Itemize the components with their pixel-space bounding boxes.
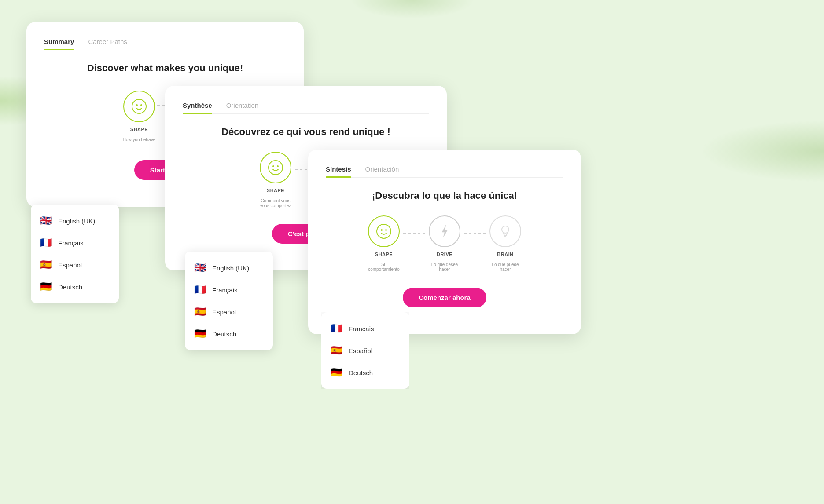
lang-item-es-2[interactable]: 🇪🇸 Español — [185, 301, 273, 323]
shape-circle-en — [123, 91, 155, 122]
flag-es-3: 🇪🇸 — [330, 345, 342, 356]
flag-uk-2: 🇬🇧 — [194, 262, 206, 274]
tabs-english: Summary Career Paths — [44, 38, 286, 50]
svg-point-0 — [132, 99, 146, 113]
svg-point-8 — [377, 224, 391, 238]
language-dropdown-1: 🇬🇧 English (UK) 🇫🇷 Français 🇪🇸 Español 🇩… — [31, 205, 119, 303]
smiley-icon-fr — [268, 160, 283, 175]
flag-de-3: 🇩🇪 — [330, 367, 342, 378]
lang-item-de-3[interactable]: 🇩🇪 Deutsch — [321, 362, 409, 383]
lang-item-fr-1[interactable]: 🇫🇷 Français — [31, 232, 119, 254]
comenzar-button-es[interactable]: Comenzar ahora — [403, 288, 486, 307]
flag-de-2: 🇩🇪 — [194, 328, 206, 340]
lang-item-en-2[interactable]: 🇬🇧 English (UK) — [185, 257, 273, 279]
shape-label-es: SHAPE — [375, 252, 393, 257]
svg-point-10 — [385, 229, 387, 231]
lang-label-de-2: Deutsch — [212, 330, 236, 338]
drive-label-es: DRIVE — [437, 252, 452, 257]
drive-circle-es — [429, 215, 460, 247]
tab-career-paths[interactable]: Career Paths — [88, 38, 127, 50]
flag-de-1: 🇩🇪 — [40, 281, 52, 292]
tab-summary[interactable]: Summary — [44, 38, 74, 50]
flag-fr-2: 🇫🇷 — [194, 284, 206, 296]
lang-label-es-3: Español — [349, 347, 372, 354]
lang-label-de-3: Deutsch — [349, 369, 373, 376]
brain-sublabel-es: Lo que puede hacer — [488, 262, 523, 272]
brain-icon-item-es: BRAIN Lo que puede hacer — [488, 215, 523, 272]
shape-icon-item-en: SHAPE How you behave — [123, 91, 156, 142]
svg-point-5 — [272, 165, 274, 167]
flag-fr-1: 🇫🇷 — [40, 237, 52, 248]
language-dropdown-2: 🇬🇧 English (UK) 🇫🇷 Français 🇪🇸 Español 🇩… — [185, 252, 273, 350]
lang-label-en-2: English (UK) — [212, 264, 249, 272]
btn-container-es: Comenzar ahora — [403, 288, 486, 307]
tabs-spanish: Síntesis Orientación — [326, 165, 563, 178]
shape-label-fr: SHAPE — [267, 188, 284, 193]
tabs-french: Synthèse Orientation — [183, 102, 429, 114]
shape-icon-item-es: SHAPE Su comportamiento — [366, 215, 401, 272]
lang-label-es-2: Español — [212, 308, 236, 316]
icons-row-spanish: SHAPE Su comportamiento DRIVE Lo que des… — [366, 215, 523, 272]
svg-point-9 — [381, 229, 383, 231]
bulb-icon-es — [497, 223, 513, 239]
flag-uk-1: 🇬🇧 — [40, 215, 52, 226]
smiley-icon-es — [376, 223, 392, 239]
tab-synthese[interactable]: Synthèse — [183, 102, 212, 113]
lang-item-de-2[interactable]: 🇩🇪 Deutsch — [185, 323, 273, 345]
lang-item-fr-3[interactable]: 🇫🇷 Français — [321, 318, 409, 340]
heading-spanish: ¡Descubra lo que la hace única! — [372, 190, 517, 201]
shape-sublabel-en: How you behave — [123, 137, 156, 142]
shape-circle-fr — [260, 152, 291, 183]
smiley-icon-en — [131, 99, 147, 114]
svg-point-2 — [140, 104, 142, 106]
dotted-line-es-2 — [464, 233, 486, 234]
lang-label-en-1: English (UK) — [58, 217, 95, 225]
lang-label-de-1: Deutsch — [58, 283, 82, 291]
svg-point-12 — [502, 226, 509, 233]
shape-circle-es — [368, 215, 400, 247]
lang-item-en-1[interactable]: 🇬🇧 English (UK) — [31, 210, 119, 232]
drive-sublabel-es: Lo que desea hacer — [427, 262, 462, 272]
lang-item-de-1[interactable]: 🇩🇪 Deutsch — [31, 276, 119, 298]
svg-point-1 — [136, 104, 138, 106]
dotted-line-es-1 — [403, 233, 425, 234]
flag-es-1: 🇪🇸 — [40, 259, 52, 270]
brain-circle-es — [489, 215, 521, 247]
tab-orientation-fr[interactable]: Orientation — [226, 102, 258, 113]
brain-label-es: BRAIN — [497, 252, 513, 257]
lang-label-fr-1: Français — [58, 239, 84, 247]
shape-sublabel-fr: Comment vous vous comportez — [258, 198, 293, 208]
lang-item-fr-2[interactable]: 🇫🇷 Français — [185, 279, 273, 301]
svg-point-6 — [277, 165, 279, 167]
lang-label-es-1: Español — [58, 261, 82, 269]
language-dropdown-3: 🇫🇷 Français 🇪🇸 Español 🇩🇪 Deutsch — [321, 312, 409, 389]
drive-icon-item-es: DRIVE Lo que desea hacer — [427, 215, 462, 272]
lang-item-es-1[interactable]: 🇪🇸 Español — [31, 254, 119, 276]
shape-sublabel-es: Su comportamiento — [366, 262, 401, 272]
lang-label-fr-2: Français — [212, 286, 238, 294]
bolt-icon-es — [437, 223, 452, 239]
tab-orientacion[interactable]: Orientación — [365, 165, 399, 177]
flag-es-2: 🇪🇸 — [194, 306, 206, 318]
shape-icon-item-fr: SHAPE Comment vous vous comportez — [258, 152, 293, 208]
tab-sintesis[interactable]: Síntesis — [326, 165, 351, 177]
flag-fr-3: 🇫🇷 — [330, 323, 342, 334]
card-spanish: Síntesis Orientación ¡Descubra lo que la… — [308, 150, 581, 334]
shape-label-en: SHAPE — [130, 127, 148, 132]
svg-point-4 — [269, 161, 283, 175]
heading-english: Discover what makes you unique! — [87, 62, 243, 74]
lang-label-fr-3: Français — [349, 325, 374, 332]
lang-item-es-3[interactable]: 🇪🇸 Español — [321, 340, 409, 362]
heading-french: Découvrez ce qui vous rend unique ! — [221, 126, 390, 138]
svg-marker-11 — [442, 225, 447, 237]
